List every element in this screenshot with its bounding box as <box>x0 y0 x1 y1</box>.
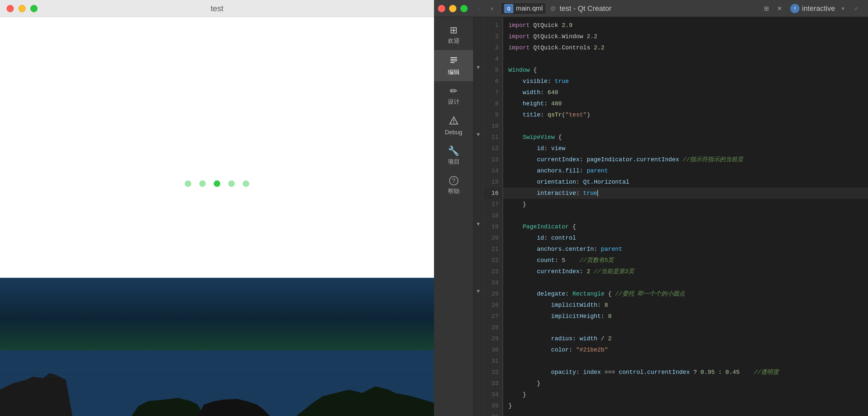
code-line-8: height : 480 <box>503 98 868 109</box>
token: QtQuick.Window <box>530 31 587 42</box>
fold-15 <box>473 174 483 185</box>
fold-5[interactable]: ▼ <box>473 62 483 73</box>
ln-11: 11 <box>484 132 502 143</box>
sidebar-item-design[interactable]: ✏ 设计 <box>434 81 473 111</box>
ln-2: 2 <box>484 31 502 42</box>
code-line-29: radius : width / 2 <box>503 333 868 344</box>
token: : <box>576 188 583 199</box>
interactive-expand[interactable]: ⤢ <box>851 3 861 14</box>
ln-36: 36 <box>484 411 502 416</box>
fold-25[interactable]: ▼ <box>473 286 483 297</box>
fold-11[interactable]: ▼ <box>473 129 483 140</box>
token <box>565 255 580 266</box>
ln-24: 24 <box>484 277 502 288</box>
token: currentIndex <box>508 266 580 277</box>
code-line-21: anchors.centerIn : parent <box>503 244 868 255</box>
code-line-36 <box>503 411 868 416</box>
qt-close-button[interactable] <box>438 5 445 12</box>
code-line-24 <box>503 277 868 288</box>
sidebar-label-design: 设计 <box>448 98 460 106</box>
interactive-label: interactive <box>802 4 835 13</box>
token: //指示符指示的当前页 <box>683 154 743 165</box>
fold-28 <box>473 319 483 330</box>
close-editor-button[interactable]: ✕ <box>774 3 785 14</box>
fold-20 <box>473 230 483 241</box>
sidebar-item-projects[interactable]: 🔧 项目 <box>434 141 473 171</box>
fold-21 <box>473 241 483 252</box>
token: true <box>583 188 597 199</box>
token: { <box>569 221 576 232</box>
split-button[interactable]: ⊞ <box>761 3 772 14</box>
token: width <box>580 333 597 344</box>
qt-titlebar: ‹ › Q main.qml @ test - Qt Creator ⊞ ✕ i… <box>434 0 868 17</box>
dot-3 <box>214 180 220 187</box>
code-line-27: implicitHeight : 8 <box>503 311 868 322</box>
fold-19[interactable]: ▼ <box>473 219 483 230</box>
qt-window-title: test - Qt Creator <box>559 4 612 13</box>
token: : <box>540 87 548 98</box>
ln-18: 18 <box>484 210 502 221</box>
ln-1: 1 <box>484 20 502 31</box>
ln-26: 26 <box>484 299 502 311</box>
file-tab-name: main.qml <box>516 5 542 12</box>
code-line-32: opacity : index === control . currentInd… <box>503 366 868 378</box>
interactive-badge[interactable]: interactive ▼ ⤢ <box>788 2 864 15</box>
code-line-11: SwipeView { <box>503 132 868 143</box>
token: SwipeView <box>523 132 555 143</box>
sidebar-item-edit[interactable]: 编辑 <box>434 50 473 81</box>
svg-rect-8 <box>795 7 795 9</box>
token: currentIndex <box>508 154 580 165</box>
token: view <box>551 143 565 154</box>
fold-8 <box>473 95 483 107</box>
token: 0.45 <box>725 366 740 378</box>
qt-minimize-button[interactable] <box>449 5 456 12</box>
code-line-2: import QtQuick.Window 2.2 <box>503 31 868 42</box>
fold-7 <box>473 84 483 95</box>
maximize-button[interactable] <box>30 5 37 12</box>
code-line-12: id : view <box>503 143 868 154</box>
token: Window <box>508 65 530 76</box>
back-button[interactable]: ‹ <box>473 3 485 14</box>
code-area[interactable]: import QtQuick 2.9 import QtQuick.Window… <box>503 17 868 416</box>
sidebar-item-debug[interactable]: Debug <box>434 111 473 141</box>
token: parent <box>601 244 622 255</box>
token: PageIndicator <box>523 221 569 232</box>
qt-traffic-lights <box>438 5 468 12</box>
file-tab[interactable]: Q main.qml <box>500 2 546 15</box>
token: control <box>551 232 576 244</box>
ln-17: 17 <box>484 199 502 210</box>
close-button[interactable] <box>7 5 14 12</box>
sidebar-item-help[interactable]: ? 帮助 <box>434 171 473 200</box>
token: opacity <box>508 366 576 378</box>
code-line-9: title : qsTr ( "test" ) <box>503 109 868 121</box>
token: import <box>508 42 530 53</box>
fold-9 <box>473 107 483 118</box>
sidebar-item-welcome[interactable]: ⊞ 欢迎 <box>434 21 473 50</box>
token: //页数有5页 <box>580 255 614 266</box>
token: : <box>715 366 725 378</box>
sidebar-label-projects: 项目 <box>448 158 460 165</box>
page-indicators <box>185 180 249 187</box>
token: 2.2 <box>587 31 597 42</box>
token: pageIndicator.currentIndex <box>587 154 679 165</box>
ln-7: 7 <box>484 87 502 98</box>
token: 2 <box>587 266 590 277</box>
token: visible <box>508 76 548 87</box>
token: delegate <box>508 288 565 299</box>
token: Rectangle <box>572 288 604 299</box>
fold-1 <box>473 17 483 28</box>
token: "test" <box>565 109 587 121</box>
qt-maximize-button[interactable] <box>460 5 468 12</box>
ln-33: 33 <box>484 378 502 389</box>
fold-32 <box>473 364 483 375</box>
qt-editor[interactable]: ▼ ▼ ▼ <box>473 17 868 416</box>
forward-button[interactable]: › <box>486 3 498 14</box>
token: true <box>555 76 569 87</box>
ln-19: 19 <box>484 221 502 232</box>
token: ( <box>562 109 565 121</box>
interactive-dropdown[interactable]: ▼ <box>838 3 848 14</box>
left-traffic-lights <box>7 5 37 12</box>
minimize-button[interactable] <box>19 5 26 12</box>
code-line-6: visible : true <box>503 76 868 87</box>
token: : <box>572 333 580 344</box>
